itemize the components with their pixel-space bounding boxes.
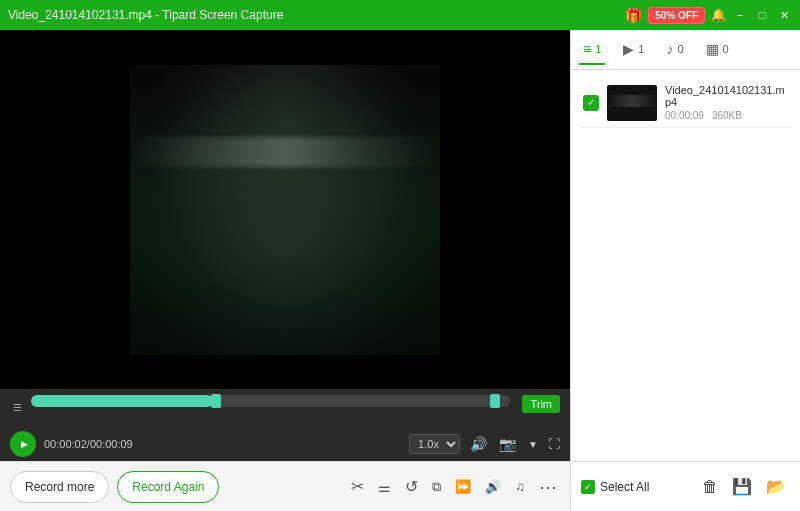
adjust-icon[interactable]: ⚌ bbox=[375, 476, 394, 498]
select-all-area: Select All bbox=[581, 480, 649, 494]
tab-video[interactable]: ≡ 1 bbox=[579, 35, 605, 65]
save-icon[interactable]: 💾 bbox=[728, 475, 756, 498]
record-again-button[interactable]: Record Again bbox=[117, 471, 219, 503]
video-area bbox=[0, 30, 570, 389]
gift-icon: 🎁 bbox=[625, 7, 642, 23]
more-icon[interactable]: ⋯ bbox=[536, 473, 560, 501]
window-title: Video_241014102131.mp4 - Tipard Screen C… bbox=[8, 8, 625, 22]
maximize-button[interactable]: □ bbox=[754, 7, 770, 23]
window-controls: 🎁 50% OFF 🔔 − □ ✕ bbox=[625, 7, 792, 24]
music-icon[interactable]: ♫ bbox=[512, 476, 528, 497]
play-button[interactable] bbox=[10, 431, 36, 457]
file-size: 360KB bbox=[712, 110, 742, 121]
video-frame bbox=[130, 65, 440, 355]
current-time: 00:00:02 bbox=[44, 438, 87, 450]
left-panel: ☰ Trim 00:00:02/00:00:09 bbox=[0, 30, 570, 511]
minimize-button[interactable]: − bbox=[732, 7, 748, 23]
file-info: Video_241014102131.mp4 00:00:09 360KB bbox=[665, 84, 788, 121]
file-meta: 00:00:09 360KB bbox=[665, 110, 788, 121]
screenshot-dropdown[interactable]: ▼ bbox=[526, 437, 540, 452]
file-duration: 00:00:09 bbox=[665, 110, 704, 121]
fullscreen-button[interactable]: ⛶ bbox=[548, 437, 560, 451]
screenshot-icon[interactable]: 📷 bbox=[497, 434, 518, 454]
timeline-progress bbox=[31, 395, 213, 407]
play-tab-icon: ▶ bbox=[623, 41, 634, 57]
time-display: 00:00:02/00:00:09 bbox=[44, 438, 133, 450]
select-all-label[interactable]: Select All bbox=[600, 480, 649, 494]
total-time: 00:00:09 bbox=[90, 438, 133, 450]
action-bar: Record more Record Again ✂ ⚌ ↺ ⧉ ⏩ 🔊 ♫ ⋯ bbox=[0, 461, 570, 511]
file-name: Video_241014102131.mp4 bbox=[665, 84, 788, 108]
discount-badge[interactable]: 50% OFF bbox=[648, 7, 705, 24]
rotate-icon[interactable]: ↺ bbox=[402, 474, 421, 499]
timeline-track[interactable] bbox=[31, 395, 510, 407]
right-bottom-bar: Select All 🗑 💾 📂 bbox=[571, 461, 800, 511]
file-item[interactable]: Video_241014102131.mp4 00:00:09 360KB bbox=[579, 78, 792, 128]
main-layout: ☰ Trim 00:00:02/00:00:09 bbox=[0, 30, 800, 511]
file-thumbnail bbox=[607, 85, 657, 121]
image-tab-icon: ▦ bbox=[706, 41, 719, 57]
tab-audio[interactable]: ♪ 0 bbox=[662, 35, 687, 65]
cut-icon[interactable]: ✂ bbox=[348, 474, 367, 499]
video-tab-icon: ≡ bbox=[583, 41, 591, 57]
copy-icon[interactable]: ⧉ bbox=[429, 476, 444, 498]
speed-icon[interactable]: ⏩ bbox=[452, 476, 474, 497]
timeline-end-marker[interactable] bbox=[490, 394, 500, 408]
timeline-thumb[interactable] bbox=[211, 394, 221, 408]
right-panel: ≡ 1 ▶ 1 ♪ 0 ▦ 0 Video_241014102131. bbox=[570, 30, 800, 511]
image-tab-count: 0 bbox=[723, 43, 729, 55]
video-tab-count: 1 bbox=[595, 43, 601, 55]
bell-icon: 🔔 bbox=[711, 8, 726, 22]
close-button[interactable]: ✕ bbox=[776, 7, 792, 23]
folder-icon[interactable]: 📂 bbox=[762, 475, 790, 498]
file-checkbox[interactable] bbox=[583, 95, 599, 111]
file-list: Video_241014102131.mp4 00:00:09 360KB bbox=[571, 70, 800, 461]
timeline-menu-icon[interactable]: ☰ bbox=[10, 401, 25, 414]
trim-button[interactable]: Trim bbox=[522, 395, 560, 413]
tabs-bar: ≡ 1 ▶ 1 ♪ 0 ▦ 0 bbox=[571, 30, 800, 70]
audio-tab-icon: ♪ bbox=[666, 41, 673, 57]
select-all-checkbox[interactable] bbox=[581, 480, 595, 494]
play-tab-count: 1 bbox=[638, 43, 644, 55]
controls-bar: 00:00:02/00:00:09 1.0x 0.5x 1.5x 2.0x 🔊 … bbox=[0, 427, 570, 461]
tab-play[interactable]: ▶ 1 bbox=[619, 35, 648, 65]
delete-icon[interactable]: 🗑 bbox=[698, 476, 722, 498]
volume-icon[interactable]: 🔊 bbox=[468, 434, 489, 454]
speed-select[interactable]: 1.0x 0.5x 1.5x 2.0x bbox=[409, 434, 460, 454]
record-more-button[interactable]: Record more bbox=[10, 471, 109, 503]
title-bar: Video_241014102131.mp4 - Tipard Screen C… bbox=[0, 0, 800, 30]
timeline-area: ☰ Trim bbox=[0, 389, 570, 427]
audio-tab-count: 0 bbox=[677, 43, 683, 55]
tab-image[interactable]: ▦ 0 bbox=[702, 35, 733, 65]
audio-icon[interactable]: 🔊 bbox=[482, 476, 504, 497]
